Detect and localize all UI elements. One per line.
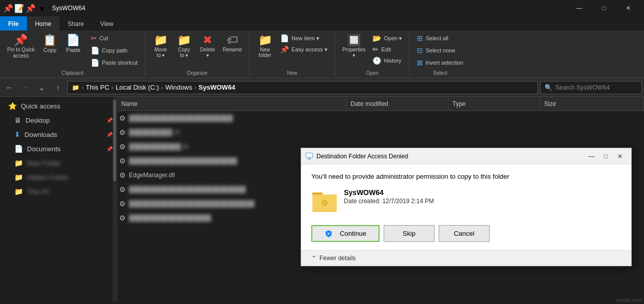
tab-home[interactable]: Home [27,16,60,31]
copy-path-button[interactable]: 📄 Copy path [88,45,141,56]
delete-button[interactable]: ✖ Delete ▾ [196,33,219,60]
new-label: New [287,70,297,76]
close-button[interactable]: ✕ [616,0,640,16]
file-icon: ⚙ [119,143,126,151]
delete-icon: ✖ [203,35,212,46]
file-name: █████████████████████████████ [129,200,255,207]
clipboard-items: 📌 Pin to Quick access 📋 Copy 📄 Paste ✂ C… [4,33,141,68]
forward-button[interactable]: → [18,80,33,95]
file-name: ████████████.dll [129,143,189,150]
paste-button[interactable]: 📄 Paste [62,33,85,55]
documents-pin-icon: 📌 [106,146,113,152]
dialog-close-button[interactable]: ✕ [613,149,627,163]
invert-selection-button[interactable]: ⊠ Invert selection [414,57,466,68]
dialog-minimize-button[interactable]: — [584,149,599,163]
select-all-button[interactable]: ⊞ Select all [414,33,466,44]
ribbon-group-select: ⊞ Select all ⊟ Select none ⊠ Invert sele… [410,33,470,76]
sidebar-content: ⭐ Quick access 🖥 Desktop 📌 ⬇ Downloads 📌… [0,97,117,201]
folder-details: SysWOW64 Date created: 12/7/2019 2:14 PM [344,188,434,205]
search-box[interactable]: 🔍 Search SysWOW64 [540,81,642,94]
easy-access-button[interactable]: 📌 Easy access ▾ [277,44,331,55]
pin-button[interactable]: 📌 Pin to Quick access [4,33,38,61]
select-items: ⊞ Select all ⊟ Select none ⊠ Invert sele… [414,33,466,68]
cancel-button[interactable]: Cancel [439,225,490,242]
col-header-size[interactable]: Size [540,97,644,110]
pin-icon: 📌 [14,35,28,46]
list-item[interactable]: ⚙ ██████████.dll [117,125,644,140]
organize-items: 📁 Move to ▾ 📁 Copy to ▾ ✖ Delete ▾ 🏷 Ren… [149,33,245,68]
skip-button[interactable]: Skip [384,225,435,242]
clipboard-label: Clipboard [62,70,84,76]
edit-icon: ✏ [372,45,379,53]
ribbon-group-organize: 📁 Move to ▾ 📁 Copy to ▾ ✖ Delete ▾ 🏷 Ren… [145,33,250,76]
copy-to-icon: 📁 [177,35,191,46]
col-header-type[interactable]: Type [448,97,540,110]
properties-button[interactable]: 🔲 Properties ▾ [339,33,369,60]
cut-button[interactable]: ✂ Cut [88,33,141,44]
copy-to-button[interactable]: 📁 Copy to ▾ [173,33,195,60]
cut-icon: ✂ [91,34,97,42]
col-header-date[interactable]: Date modified [346,97,448,110]
paste-shortcut-button[interactable]: 📄 Paste shortcut [88,57,141,68]
clipboard-small-items: ✂ Cut 📄 Copy path 📄 Paste shortcut [88,33,141,68]
dropdown-icon[interactable]: ▾ [38,4,46,12]
select-label: Select [433,70,447,76]
rename-button[interactable]: 🏷 Rename [220,33,245,54]
tab-file[interactable]: File [0,16,27,31]
title-bar-icons: 📌 📝 📌 ▾ [4,4,46,12]
open-label: Open [366,70,378,76]
file-icon: ⚙ [119,185,126,194]
fewer-details-label: Fewer details [319,255,356,262]
sidebar-item-blurred3[interactable]: 📁 This PC [0,184,117,199]
up-button[interactable]: ↑ [51,80,65,95]
sidebar-item-blurred1[interactable]: 📁 New Folder [0,156,117,170]
new-folder-button[interactable]: 📁 New folder [254,33,276,60]
dialog: Destination Folder Access Denied — □ ✕ Y… [301,148,632,266]
ribbon: File Home Share View 📌 Pin to Quick acce… [0,16,644,78]
dialog-footer[interactable]: ⌃ Fewer details [301,250,631,266]
sidebar-item-quick-access[interactable]: ⭐ Quick access [0,99,117,113]
file-icon: ⚙ [119,157,126,165]
sidebar-item-blurred2[interactable]: 📁 Hidden Folder [0,170,117,184]
search-placeholder: Search SysWOW64 [555,84,610,91]
move-to-button[interactable]: 📁 Move to ▾ [149,33,172,60]
rename-icon: 🏷 [227,35,238,46]
new-small-items: 📄 New item ▾ 📌 Easy access ▾ [277,33,331,55]
dialog-icon [305,152,313,160]
easy-access-icon: 📌 [280,45,289,53]
dialog-maximize-button[interactable]: □ [599,149,613,163]
maximize-button[interactable]: □ [592,0,615,16]
sidebar-item-downloads[interactable]: ⬇ Downloads 📌 [0,127,117,142]
ribbon-group-new: 📁 New folder 📄 New item ▾ 📌 Easy access … [250,33,335,76]
blurred-folder2: Hidden Folder [27,174,69,181]
copy-button[interactable]: 📋 Copy [39,33,61,55]
sidebar-item-desktop[interactable]: 🖥 Desktop 📌 [0,113,117,127]
new-item-icon: 📄 [280,34,289,42]
paste-shortcut-icon: 📄 [91,59,99,67]
history-button[interactable]: 🕐 History [369,55,405,66]
properties-icon: 🔲 [347,35,361,46]
edgemanager-icon: ⚙ [119,171,126,179]
open-small-items: 📂 Open ▾ ✏ Edit 🕐 History [369,33,405,66]
tab-view[interactable]: View [92,16,122,31]
sidebar-scrollbar[interactable] [113,100,116,181]
sidebar: ⭐ Quick access 🖥 Desktop 📌 ⬇ Downloads 📌… [0,97,117,302]
history-icon: 🕐 [372,57,381,65]
new-item-button[interactable]: 📄 New item ▾ [277,33,331,44]
ribbon-content: 📌 Pin to Quick access 📋 Copy 📄 Paste ✂ C… [0,31,644,78]
col-header-name[interactable]: Name [117,97,346,110]
open-button[interactable]: 📂 Open ▾ [369,33,405,44]
title-bar: 📌 📝 📌 ▾ SysWOW64 — □ ✕ [0,0,644,16]
address-path[interactable]: 📁 › This PC › Local Disk (C:) › Windows … [67,81,538,94]
list-item[interactable]: ⚙ ████████████████████████ [117,111,644,125]
continue-button[interactable]: Continue [311,225,380,242]
dialog-title: Destination Folder Access Denied [316,153,584,160]
minimize-button[interactable]: — [568,0,591,16]
select-none-button[interactable]: ⊟ Select none [414,45,466,56]
sidebar-item-documents[interactable]: 📄 Documents 📌 [0,142,117,156]
edgemanager-name: EdgeManager.dll [129,172,175,179]
back-button[interactable]: ← [2,80,16,95]
edit-button[interactable]: ✏ Edit [369,44,405,55]
tab-share[interactable]: Share [60,16,92,31]
recent-button[interactable]: ⌄ [35,80,49,95]
